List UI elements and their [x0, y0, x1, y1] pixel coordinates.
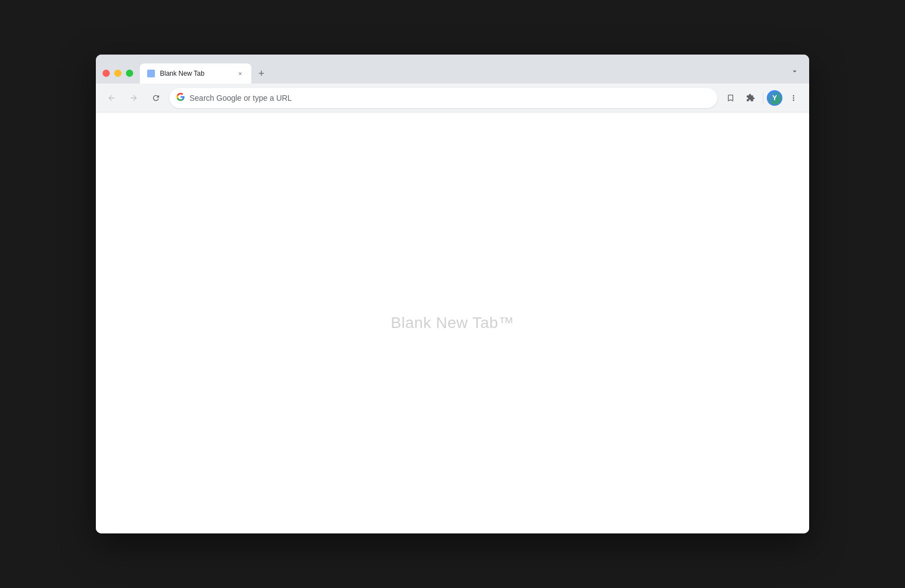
page-watermark: Blank New Tab™: [391, 314, 514, 332]
back-button[interactable]: [103, 89, 120, 107]
google-icon: [176, 92, 185, 101]
forward-icon: [129, 94, 138, 102]
active-tab[interactable]: Blank New Tab ×: [140, 63, 251, 84]
tab-profile-dropdown-button[interactable]: [787, 63, 802, 79]
window-controls: [100, 70, 140, 84]
more-vertical-icon: [789, 94, 798, 102]
bookmark-button[interactable]: [722, 89, 739, 107]
nav-bar: Search Google or type a URL Y: [96, 84, 809, 112]
tab-title: Blank New Tab: [160, 70, 231, 77]
browser-window: Blank New Tab × +: [96, 55, 809, 533]
nav-divider: [763, 92, 763, 104]
profile-avatar[interactable]: Y: [767, 90, 782, 106]
tab-close-button[interactable]: ×: [236, 69, 245, 78]
google-logo: [176, 92, 185, 103]
page-content: Blank New Tab™: [96, 112, 809, 533]
forward-button[interactable]: [125, 89, 143, 107]
bookmark-icon: [726, 94, 735, 102]
address-bar[interactable]: Search Google or type a URL: [169, 88, 717, 108]
extensions-button[interactable]: [742, 89, 760, 107]
nav-right-actions: Y: [722, 89, 802, 107]
profile-dropdown-area: [787, 63, 805, 84]
reload-icon: [152, 94, 160, 102]
close-button[interactable]: [103, 70, 110, 77]
chevron-down-icon: [790, 67, 799, 76]
new-tab-button[interactable]: +: [254, 66, 269, 81]
tab-favicon: [147, 69, 155, 78]
more-options-button[interactable]: [785, 89, 802, 107]
maximize-button[interactable]: [126, 70, 133, 77]
back-icon: [107, 94, 116, 102]
address-bar-text: Search Google or type a URL: [189, 94, 711, 102]
tab-favicon-icon: [147, 70, 155, 77]
title-bar: Blank New Tab × +: [96, 55, 809, 84]
minimize-button[interactable]: [114, 70, 121, 77]
tab-bar: Blank New Tab × +: [140, 63, 805, 84]
puzzle-icon: [746, 94, 755, 102]
reload-button[interactable]: [147, 89, 165, 107]
